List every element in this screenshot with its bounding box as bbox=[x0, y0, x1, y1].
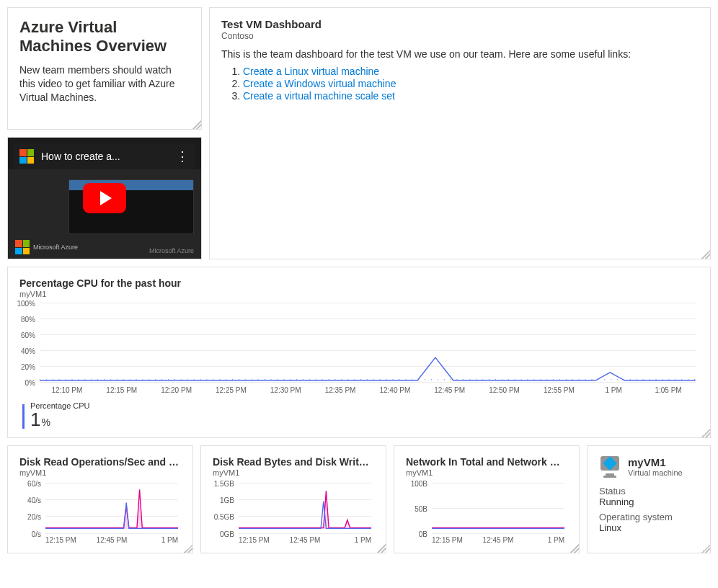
vm-os: Linux bbox=[599, 522, 699, 533]
cpu-chart-area: 100% 80% 60% 40% 20% 0% bbox=[40, 303, 696, 382]
link-create-vmss[interactable]: Create a virtual machine scale set bbox=[243, 90, 395, 102]
cpu-chart-resource: myVM1 bbox=[19, 290, 699, 298]
dashboard-intro: This is the team dashboard for the test … bbox=[221, 48, 699, 60]
play-icon[interactable] bbox=[83, 183, 126, 213]
svg-marker-2 bbox=[239, 491, 371, 529]
more-icon[interactable]: ⋮ bbox=[176, 148, 190, 164]
video-title: How to create a... bbox=[41, 151, 169, 162]
cpu-chart-title: Percentage CPU for the past hour bbox=[19, 277, 699, 289]
svg-marker-1 bbox=[45, 489, 178, 529]
vm-status: Running bbox=[599, 496, 699, 507]
dashboard-title: Test VM Dashboard bbox=[221, 18, 699, 30]
vm-name: myVM1 bbox=[628, 456, 683, 468]
dashboard-subtitle: Contoso bbox=[221, 31, 699, 41]
overview-title: Azure Virtual Machines Overview bbox=[19, 18, 190, 56]
resize-handle[interactable] bbox=[377, 544, 386, 553]
resize-handle[interactable] bbox=[701, 250, 710, 259]
vm-info-tile[interactable]: myVM1 Virtual machine Status Running Ope… bbox=[587, 445, 711, 553]
resize-handle[interactable] bbox=[184, 544, 192, 553]
disk-ops-chart-tile[interactable]: Disk Read Operations/Sec and Dis... myVM… bbox=[7, 445, 193, 553]
resize-handle[interactable] bbox=[701, 429, 710, 437]
resize-handle[interactable] bbox=[570, 544, 579, 553]
cpu-metric-summary: Percentage CPU 1% bbox=[19, 401, 699, 429]
resize-handle[interactable] bbox=[192, 120, 201, 129]
dashboard-links-list: Create a Linux virtual machine Create a … bbox=[221, 66, 699, 102]
microsoft-logo-icon bbox=[19, 149, 34, 164]
cpu-chart-tile[interactable]: Percentage CPU for the past hour myVM1 1… bbox=[7, 267, 711, 438]
overview-tile: Azure Virtual Machines Overview New team… bbox=[7, 7, 202, 130]
resize-handle[interactable] bbox=[701, 544, 710, 553]
video-tile[interactable]: Microsoft Azure Microsoft Azure How to c… bbox=[7, 137, 202, 259]
dashboard-tile: Test VM Dashboard Contoso This is the te… bbox=[209, 7, 711, 259]
disk-bytes-chart-tile[interactable]: Disk Read Bytes and Disk Write By... myV… bbox=[200, 445, 386, 553]
overview-text: New team members should watch this video… bbox=[19, 63, 190, 104]
microsoft-logo-icon bbox=[15, 240, 30, 254]
cpu-chart-xaxis: 12:10 PM12:15 PM12:20 PM 12:25 PM12:30 P… bbox=[40, 386, 696, 394]
link-create-windows-vm[interactable]: Create a Windows virtual machine bbox=[243, 78, 396, 89]
vm-type: Virtual machine bbox=[628, 468, 683, 477]
network-chart-tile[interactable]: Network In Total and Network Out... myVM… bbox=[394, 445, 580, 553]
virtual-machine-icon bbox=[599, 456, 621, 476]
link-create-linux-vm[interactable]: Create a Linux virtual machine bbox=[243, 66, 379, 77]
